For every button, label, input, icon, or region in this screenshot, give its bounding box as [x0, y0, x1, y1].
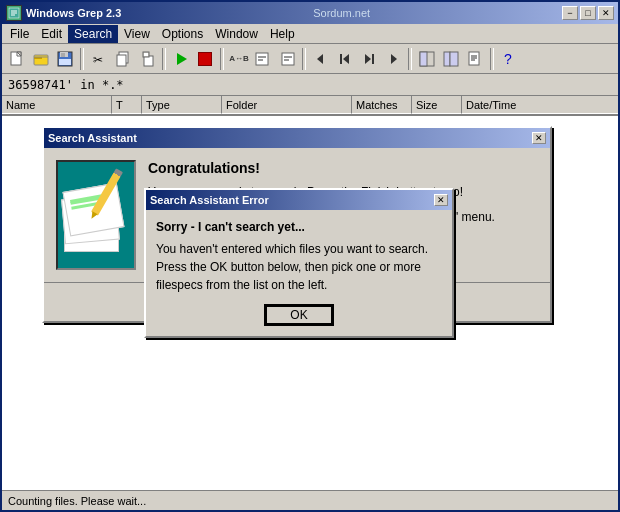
menu-view[interactable]: View — [118, 25, 156, 43]
toolbar: ✂ A↔B — [2, 44, 618, 74]
toolbar-prev[interactable] — [310, 48, 332, 70]
toolbar-next[interactable] — [382, 48, 404, 70]
toolbar-save[interactable] — [54, 48, 76, 70]
toolbar-cut[interactable]: ✂ — [88, 48, 110, 70]
stop-icon — [198, 52, 212, 66]
svg-rect-14 — [59, 59, 71, 65]
menu-options[interactable]: Options — [156, 25, 209, 43]
menu-file[interactable]: File — [4, 25, 35, 43]
menu-window[interactable]: Window — [209, 25, 264, 43]
search-assistant-title-bar: Search Assistant ✕ — [44, 128, 550, 148]
title-bar-left: Windows Grep 2.3 — [6, 5, 121, 21]
toolbar-replace[interactable]: A↔B — [228, 48, 250, 70]
toolbar-next-match[interactable] — [358, 48, 380, 70]
error-header: Sorry - I can't search yet... — [156, 220, 442, 234]
menu-help[interactable]: Help — [264, 25, 301, 43]
error-close-button[interactable]: ✕ — [434, 194, 448, 206]
ok-button[interactable]: OK — [264, 304, 334, 326]
column-headers: Name T Type Folder Matches Size Date/Tim… — [2, 96, 618, 116]
svg-rect-17 — [117, 55, 126, 66]
error-buttons: OK — [156, 304, 442, 326]
svg-text:?: ? — [504, 51, 512, 67]
svg-rect-36 — [444, 52, 450, 66]
toolbar-sep-6 — [490, 48, 494, 70]
maximize-button[interactable]: □ — [580, 6, 596, 20]
col-t[interactable]: T — [112, 96, 142, 114]
svg-rect-35 — [420, 52, 427, 66]
status-text: Counting files. Please wait... — [8, 495, 146, 507]
toolbar-sep-1 — [80, 48, 84, 70]
title-bar: Windows Grep 2.3 Sordum.net − □ ✕ — [2, 2, 618, 24]
error-text: You haven't entered which files you want… — [156, 240, 442, 294]
col-name[interactable]: Name — [2, 96, 112, 114]
svg-rect-37 — [450, 52, 458, 66]
svg-marker-28 — [317, 54, 323, 64]
col-type[interactable]: Type — [142, 96, 222, 114]
toolbar-view1[interactable] — [416, 48, 438, 70]
content-area: Search Assistant ✕ — [2, 116, 618, 510]
toolbar-sep-3 — [220, 48, 224, 70]
svg-marker-29 — [343, 54, 349, 64]
toolbar-new[interactable] — [6, 48, 28, 70]
toolbar-run[interactable] — [170, 48, 192, 70]
main-window: Windows Grep 2.3 Sordum.net − □ ✕ File E… — [0, 0, 620, 512]
svg-rect-13 — [61, 53, 65, 57]
search-assistant-dialog: Search Assistant ✕ — [42, 126, 552, 323]
svg-rect-25 — [282, 53, 294, 65]
toolbar-view2[interactable] — [440, 48, 462, 70]
toolbar-stop[interactable] — [194, 48, 216, 70]
toolbar-sep-2 — [162, 48, 166, 70]
toolbar-paste[interactable] — [136, 48, 158, 70]
svg-marker-31 — [365, 54, 371, 64]
col-size[interactable]: Size — [412, 96, 462, 114]
status-bar: Counting files. Please wait... — [2, 490, 618, 510]
close-button[interactable]: ✕ — [598, 6, 614, 20]
svg-rect-22 — [256, 53, 268, 65]
toolbar-sep-5 — [408, 48, 412, 70]
address-bar: 36598741' in *.* — [2, 74, 618, 96]
ab-icon: A↔B — [229, 55, 249, 63]
error-body: Sorry - I can't search yet... You haven'… — [146, 210, 452, 336]
error-title-bar: Search Assistant Error ✕ — [146, 190, 452, 210]
toolbar-prev-file[interactable] — [252, 48, 274, 70]
menu-edit[interactable]: Edit — [35, 25, 68, 43]
congrats-title: Congratulations! — [148, 160, 538, 176]
app-title: Windows Grep 2.3 — [26, 7, 121, 19]
col-datetime[interactable]: Date/Time — [462, 96, 618, 114]
toolbar-sep-4 — [302, 48, 306, 70]
minimize-button[interactable]: − — [562, 6, 578, 20]
toolbar-doc[interactable] — [464, 48, 486, 70]
search-expression: 36598741' in *.* — [8, 78, 124, 92]
toolbar-copy[interactable] — [112, 48, 134, 70]
app-icon — [6, 5, 22, 21]
window-controls: − □ ✕ — [562, 6, 614, 20]
col-matches[interactable]: Matches — [352, 96, 412, 114]
search-assistant-title: Search Assistant — [48, 132, 137, 144]
error-dialog: Search Assistant Error ✕ Sorry - I can't… — [144, 188, 454, 338]
menu-search[interactable]: Search — [68, 25, 118, 43]
toolbar-next-file[interactable] — [276, 48, 298, 70]
wizard-illustration — [56, 160, 136, 270]
svg-rect-20 — [144, 53, 148, 56]
svg-marker-33 — [391, 54, 397, 64]
toolbar-prev-match[interactable] — [334, 48, 356, 70]
search-assistant-close-button[interactable]: ✕ — [532, 132, 546, 144]
svg-marker-21 — [177, 53, 187, 65]
error-title: Search Assistant Error — [150, 194, 269, 206]
toolbar-help[interactable]: ? — [498, 48, 520, 70]
brand-text: Sordum.net — [313, 7, 370, 19]
menu-bar: File Edit Search View Options Window Hel… — [2, 24, 618, 44]
svg-text:✂: ✂ — [93, 53, 103, 67]
toolbar-open[interactable] — [30, 48, 52, 70]
col-folder[interactable]: Folder — [222, 96, 352, 114]
